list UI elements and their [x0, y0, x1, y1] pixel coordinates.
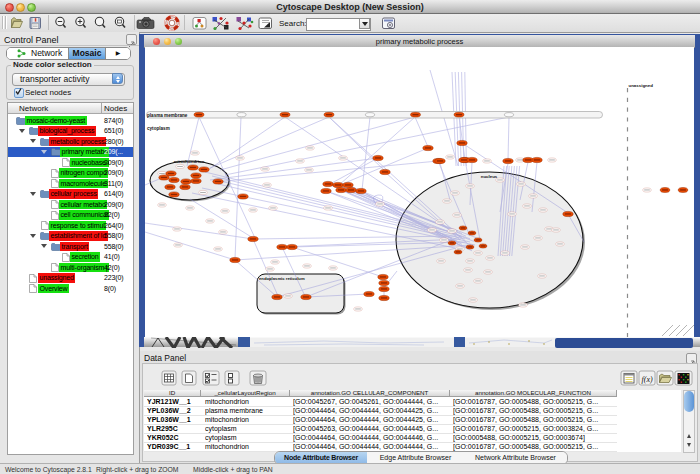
svg-text:nucleus: nucleus [481, 174, 498, 179]
svg-text:f(x): f(x) [642, 375, 653, 384]
svg-text:cytoplasm: cytoplasm [147, 126, 170, 131]
svg-text:plasma membrane: plasma membrane [147, 113, 188, 118]
svg-text:mitochondrion: mitochondrion [174, 159, 205, 164]
svg-text:unassigned: unassigned [629, 83, 654, 88]
svg-text:endoplasmic reticulum: endoplasmic reticulum [259, 276, 305, 281]
